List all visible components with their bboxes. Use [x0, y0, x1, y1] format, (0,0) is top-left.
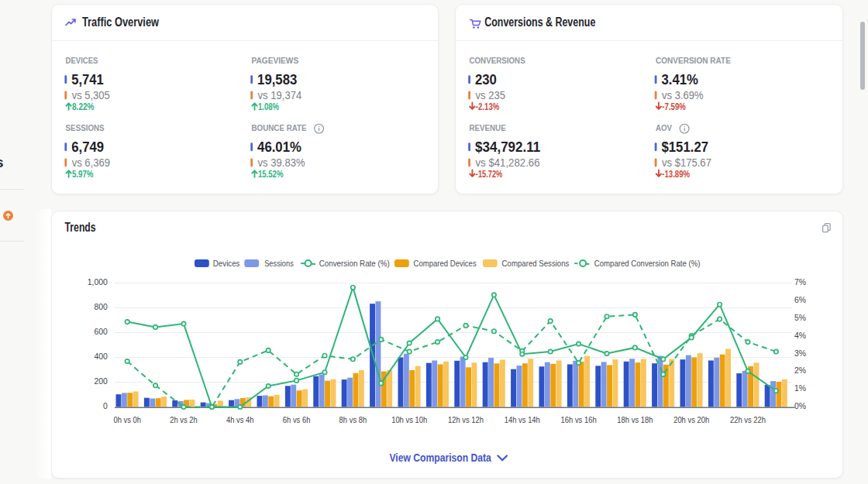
- svg-text:-2.13%: -2.13%: [476, 101, 500, 112]
- svg-text:6,749: 6,749: [71, 139, 104, 155]
- svg-text:5,741: 5,741: [71, 71, 103, 88]
- svg-text:Sessions: Sessions: [264, 259, 294, 268]
- svg-text:Trends: Trends: [65, 221, 96, 234]
- svg-text:vs 19,374: vs 19,374: [258, 88, 302, 101]
- svg-text:vs 3.69%: vs 3.69%: [662, 88, 704, 101]
- svg-text:DEVICES: DEVICES: [66, 56, 98, 65]
- svg-text:18h vs 18h: 18h vs 18h: [617, 415, 653, 424]
- svg-text:4h vs 4h: 4h vs 4h: [226, 415, 254, 424]
- svg-text:46.01%: 46.01%: [257, 139, 301, 155]
- svg-text:vs $41,282.66: vs $41,282.66: [476, 156, 540, 169]
- svg-text:230: 230: [475, 71, 497, 88]
- svg-text:-7.59%: -7.59%: [662, 101, 686, 112]
- svg-text:0%: 0%: [794, 401, 806, 410]
- svg-text:AOV: AOV: [656, 123, 673, 132]
- svg-text:CONVERSION RATE: CONVERSION RATE: [656, 56, 731, 65]
- svg-text:Conversions & Revenue: Conversions & Revenue: [484, 15, 595, 29]
- svg-text:1.08%: 1.08%: [258, 101, 280, 112]
- svg-text:Traffic Overview: Traffic Overview: [82, 15, 159, 29]
- svg-text:10h vs 10h: 10h vs 10h: [391, 415, 427, 424]
- svg-text:vs 39.83%: vs 39.83%: [258, 156, 305, 169]
- svg-text:19,583: 19,583: [257, 71, 297, 88]
- svg-text:Devices: Devices: [213, 259, 240, 268]
- svg-text:1,000: 1,000: [88, 277, 108, 287]
- svg-text:2h vs 2h: 2h vs 2h: [170, 415, 198, 424]
- svg-text:REVENUE: REVENUE: [469, 123, 505, 132]
- svg-text:-13.89%: -13.89%: [662, 168, 690, 180]
- svg-text:5%: 5%: [794, 313, 806, 322]
- svg-text:Conversion Rate (%): Conversion Rate (%): [319, 259, 390, 268]
- svg-text:vs 235: vs 235: [476, 88, 506, 101]
- svg-text:16h vs 16h: 16h vs 16h: [561, 415, 597, 424]
- svg-text:400: 400: [94, 352, 107, 361]
- svg-text:vs 5,305: vs 5,305: [72, 88, 110, 101]
- svg-text:22h vs 22h: 22h vs 22h: [730, 415, 766, 424]
- svg-text:3.41%: 3.41%: [662, 71, 699, 88]
- svg-text:0: 0: [103, 401, 108, 410]
- svg-text:2%: 2%: [794, 366, 806, 375]
- svg-text:3%: 3%: [794, 348, 806, 358]
- svg-text:PAGEVIEWS: PAGEVIEWS: [252, 56, 299, 65]
- svg-text:View Comparison Data: View Comparison Data: [389, 451, 491, 464]
- svg-text:800: 800: [94, 302, 107, 311]
- svg-text:Compared Conversion Rate (%): Compared Conversion Rate (%): [594, 259, 701, 268]
- svg-text:SESSIONS: SESSIONS: [66, 123, 105, 132]
- svg-text:4%: 4%: [794, 331, 806, 340]
- svg-text:200: 200: [94, 376, 107, 386]
- svg-text:1%: 1%: [794, 383, 806, 393]
- svg-text:15.52%: 15.52%: [258, 168, 284, 180]
- svg-text:8.22%: 8.22%: [72, 101, 95, 112]
- svg-text:BOUNCE RATE: BOUNCE RATE: [252, 123, 307, 132]
- svg-text:6%: 6%: [794, 295, 806, 304]
- svg-text:-15.72%: -15.72%: [476, 168, 503, 180]
- svg-text:vs $175.67: vs $175.67: [662, 156, 711, 169]
- svg-text:Compared Devices: Compared Devices: [414, 259, 477, 268]
- svg-text:CONVERSIONS: CONVERSIONS: [469, 56, 525, 65]
- svg-text:20h vs 20h: 20h vs 20h: [673, 415, 709, 424]
- svg-text:$34,792.11: $34,792.11: [475, 139, 540, 155]
- svg-text:12h vs 12h: 12h vs 12h: [448, 415, 484, 424]
- svg-text:7%: 7%: [794, 277, 806, 287]
- svg-text:$151.27: $151.27: [662, 139, 709, 155]
- svg-text:6h vs 6h: 6h vs 6h: [283, 415, 311, 424]
- svg-text:600: 600: [94, 327, 107, 336]
- svg-text:Compared Sessions: Compared Sessions: [502, 259, 570, 268]
- svg-text:vs 6,369: vs 6,369: [72, 156, 110, 169]
- svg-text:0h vs 0h: 0h vs 0h: [113, 415, 141, 424]
- svg-text:8h vs 8h: 8h vs 8h: [339, 415, 367, 424]
- svg-text:14h vs 14h: 14h vs 14h: [505, 415, 540, 424]
- svg-text:5.97%: 5.97%: [72, 168, 94, 180]
